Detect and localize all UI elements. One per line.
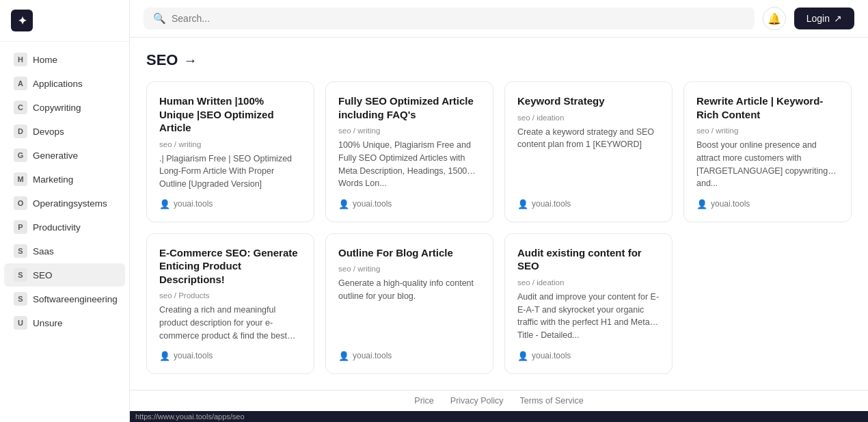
card-author-outline-blog: 👤 youai.tools [338, 351, 480, 361]
sidebar-item-softwareengineering[interactable]: S Softwareengineering [4, 287, 125, 311]
search-input[interactable] [172, 13, 745, 24]
nav-label-unsure: Unsure [33, 318, 63, 328]
author-icon-fully-seo: 👤 [338, 199, 349, 209]
nav-label-productivity: Productivity [33, 222, 81, 233]
nav-letter-copywriting: C [14, 101, 27, 114]
card-title-human-written: Human Written |100% Unique |SEO Optimize… [159, 94, 301, 135]
sidebar-item-unsure[interactable]: U Unsure [4, 311, 125, 334]
card-author-audit-existing: 👤 youai.tools [517, 351, 660, 361]
footer-link-0[interactable]: Price [414, 396, 433, 406]
footer: PricePrivacy PolicyTerms of Service [130, 390, 868, 411]
seo-card-ecommerce-seo[interactable]: E-Commerce SEO: Generate Enticing Produc… [146, 233, 314, 374]
logo-area: ✦ [0, 0, 129, 42]
seo-section-title: SEO [146, 51, 178, 69]
nav-letter-productivity: P [14, 220, 27, 234]
sidebar-item-operatingsystems[interactable]: O Operatingsystems [4, 192, 125, 215]
card-author-human-written: 👤 youai.tools [159, 199, 301, 209]
nav-label-seo: SEO [33, 270, 53, 280]
notification-button[interactable]: 🔔 [763, 7, 786, 30]
card-desc-human-written: .| Plagiarism Free | SEO Optimized Long-… [159, 153, 301, 191]
card-title-ecommerce-seo: E-Commerce SEO: Generate Enticing Produc… [159, 246, 301, 287]
sidebar-item-devops[interactable]: D Devops [4, 120, 125, 143]
nav-label-saas: Saas [33, 246, 54, 256]
nav-letter-marketing: M [14, 172, 27, 186]
nav-letter-operatingsystems: O [14, 196, 27, 210]
nav-label-operatingsystems: Operatingsystems [33, 198, 107, 209]
seo-card-keyword-strategy[interactable]: Keyword Strategy seo / ideation Create a… [504, 81, 673, 222]
card-author-keyword-strategy: 👤 youai.tools [517, 199, 660, 209]
card-tags-rewrite-article: seo / writing [696, 127, 839, 135]
content-area: SEO → Human Written |100% Unique |SEO Op… [130, 38, 868, 390]
sidebar-item-productivity[interactable]: P Productivity [4, 215, 125, 239]
author-icon-outline-blog: 👤 [338, 351, 349, 361]
nav-label-generative: Generative [33, 150, 78, 161]
nav-letter-home: H [14, 53, 27, 66]
nav-letter-generative: G [14, 148, 27, 162]
author-icon-keyword-strategy: 👤 [517, 199, 528, 209]
nav-label-softwareengineering: Softwareengineering [33, 294, 118, 304]
search-box: 🔍 [144, 8, 755, 29]
card-author-rewrite-article: 👤 youai.tools [696, 199, 839, 209]
sidebar-item-seo[interactable]: S SEO [4, 263, 125, 287]
card-tags-fully-seo: seo / writing [338, 127, 480, 135]
sidebar: ✦ H Home A Applications C Copywriting D … [0, 0, 130, 422]
status-url: https://www.youai.tools/apps/seo [135, 412, 245, 421]
nav-label-applications: Applications [33, 79, 83, 89]
nav-label-devops: Devops [33, 127, 64, 137]
author-icon-human-written: 👤 [159, 199, 170, 209]
author-icon-audit-existing: 👤 [517, 351, 528, 361]
footer-link-1[interactable]: Privacy Policy [450, 396, 504, 406]
card-desc-ecommerce-seo: Creating a rich and meaningful product d… [159, 304, 301, 342]
card-desc-audit-existing: Audit and improve your content for E-E-A… [517, 291, 660, 343]
sidebar-item-generative[interactable]: G Generative [4, 144, 125, 167]
seo-section-header: SEO → [146, 51, 852, 69]
nav-letter-devops: D [14, 124, 27, 138]
search-icon: 🔍 [153, 12, 166, 25]
nav-letter-softwareengineering: S [14, 292, 27, 306]
card-desc-fully-seo: 100% Unique, Plagiarism Free and Fully S… [338, 139, 480, 191]
seo-card-fully-seo[interactable]: Fully SEO Optimized Article including FA… [325, 81, 493, 222]
seo-card-human-written[interactable]: Human Written |100% Unique |SEO Optimize… [146, 81, 314, 222]
card-author-ecommerce-seo: 👤 youai.tools [159, 351, 301, 361]
nav-label-home: Home [33, 55, 57, 65]
author-icon-ecommerce-seo: 👤 [159, 351, 170, 361]
topbar: 🔍 🔔 Login ↗ [130, 0, 868, 38]
nav-letter-saas: S [14, 244, 27, 258]
sidebar-nav: H Home A Applications C Copywriting D De… [0, 42, 129, 422]
nav-letter-seo: S [14, 268, 27, 282]
nav-label-copywriting: Copywriting [33, 103, 81, 113]
card-title-keyword-strategy: Keyword Strategy [517, 94, 660, 108]
nav-label-marketing: Marketing [33, 174, 73, 185]
main-area: 🔍 🔔 Login ↗ SEO → Human Written |100% Un… [130, 0, 868, 422]
card-title-audit-existing: Audit existing content for SEO [517, 246, 660, 273]
card-desc-keyword-strategy: Create a keyword strategy and SEO conten… [517, 126, 660, 191]
login-label: Login [806, 13, 830, 24]
card-tags-keyword-strategy: seo / ideation [517, 114, 660, 122]
card-tags-outline-blog: seo / writing [338, 265, 480, 273]
card-title-fully-seo: Fully SEO Optimized Article including FA… [338, 94, 480, 121]
card-author-fully-seo: 👤 youai.tools [338, 199, 480, 209]
logo-icon: ✦ [11, 10, 33, 31]
sidebar-item-marketing[interactable]: M Marketing [4, 168, 125, 191]
nav-letter-unsure: U [14, 316, 27, 330]
nav-letter-applications: A [14, 77, 27, 90]
card-title-outline-blog: Outline For Blog Article [338, 246, 480, 260]
card-title-rewrite-article: Rewrite Article | Keyword-Rich Content [696, 94, 839, 121]
seo-card-rewrite-article[interactable]: Rewrite Article | Keyword-Rich Content s… [683, 81, 852, 222]
card-tags-human-written: seo / writing [159, 140, 301, 148]
seo-card-outline-blog[interactable]: Outline For Blog Article seo / writing G… [325, 233, 493, 374]
login-button[interactable]: Login ↗ [794, 8, 854, 29]
status-bar: https://www.youai.tools/apps/seo [130, 411, 868, 422]
sidebar-item-copywriting[interactable]: C Copywriting [4, 96, 125, 119]
author-icon-rewrite-article: 👤 [696, 199, 707, 209]
login-icon: ↗ [834, 13, 842, 24]
sidebar-item-applications[interactable]: A Applications [4, 72, 125, 95]
seo-card-audit-existing[interactable]: Audit existing content for SEO seo / ide… [504, 233, 673, 374]
seo-section-arrow[interactable]: → [183, 53, 197, 68]
footer-link-2[interactable]: Terms of Service [520, 396, 584, 406]
card-desc-rewrite-article: Boost your online presence and attract m… [696, 139, 839, 191]
sidebar-item-home[interactable]: H Home [4, 48, 125, 71]
seo-cards-grid: Human Written |100% Unique |SEO Optimize… [146, 81, 852, 374]
card-desc-outline-blog: Generate a high-quality info content out… [338, 277, 480, 342]
sidebar-item-saas[interactable]: S Saas [4, 239, 125, 263]
